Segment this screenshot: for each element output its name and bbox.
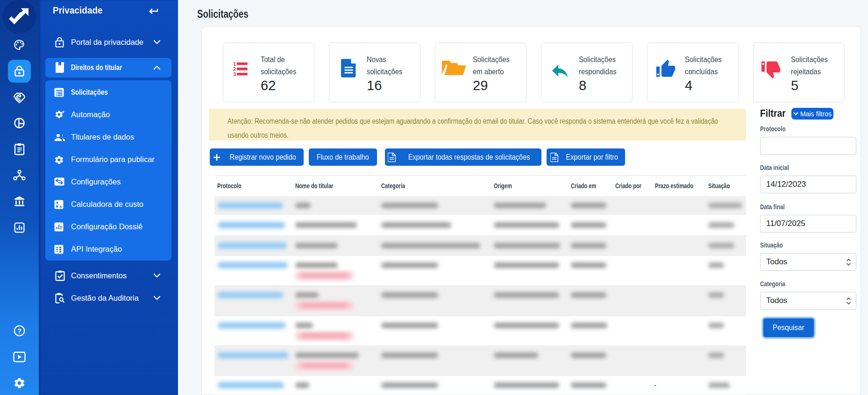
svg-text:1: 1 bbox=[233, 61, 236, 67]
svg-text:2: 2 bbox=[233, 66, 236, 72]
svg-text:3: 3 bbox=[233, 71, 236, 77]
svg-text:?: ? bbox=[17, 327, 21, 335]
